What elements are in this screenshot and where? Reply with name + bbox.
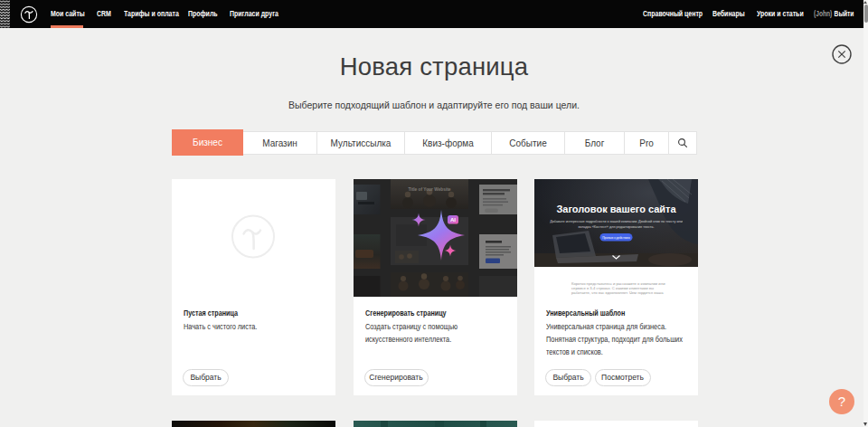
card-universal-template[interactable]: Заголовок вашего сайта Добавьте интересн… <box>534 179 698 395</box>
tab-quiz-form[interactable]: Квиз-форма <box>405 131 492 155</box>
preview-heading-text: Заголовок вашего сайта <box>556 204 676 214</box>
card-template-4[interactable] <box>172 421 335 427</box>
card-title: Пустая страница <box>184 308 251 318</box>
choose-blank-button[interactable]: Выбрать <box>183 369 229 386</box>
nav-item-invite-friend[interactable]: Пригласи друга <box>230 0 289 28</box>
nav-item-crm[interactable]: CRM <box>97 0 114 28</box>
card-template-6[interactable] <box>534 421 698 427</box>
taplink-logo-icon[interactable] <box>20 5 38 24</box>
ai-collage-preview-image: Title of Your Website <box>354 179 517 297</box>
scrollbar-thumb[interactable] <box>864 5 868 23</box>
tab-blog[interactable]: Блог <box>565 131 625 155</box>
template-5-preview-image <box>354 421 517 427</box>
nav-item-tariffs[interactable]: Тарифы и оплата <box>124 0 191 28</box>
screen: Мои сайты CRM Тарифы и оплата Профиль Пр… <box>0 0 868 427</box>
card-description: Начать с чистого листа. <box>184 320 273 333</box>
template-category-tabs: Бизнес Магазин Мультиссылка Квиз-форма С… <box>172 131 697 155</box>
choose-template-button[interactable]: Выбрать <box>545 369 591 386</box>
template-4-preview-image <box>172 421 335 427</box>
scrollbar-down-arrow-icon[interactable] <box>863 422 867 426</box>
template-cards-grid: Пустая страница Начать с чистого листа. … <box>172 179 698 427</box>
tab-event[interactable]: Событие <box>492 131 565 155</box>
tab-pro[interactable]: Pro <box>625 131 669 155</box>
blank-page-preview-image <box>172 179 335 297</box>
tab-business[interactable]: Бизнес <box>172 129 243 156</box>
view-template-button[interactable]: Посмотреть <box>595 369 651 386</box>
card-generate-ai[interactable]: Title of Your Website <box>354 179 517 395</box>
top-navbar: Мои сайты CRM Тарифы и оплата Профиль Пр… <box>0 0 863 28</box>
card-template-5[interactable] <box>354 421 517 427</box>
card-blank-page[interactable]: Пустая страница Начать с чистого листа. … <box>172 179 335 395</box>
scrollbar-up-arrow-icon[interactable] <box>863 1 867 4</box>
help-button[interactable]: ? <box>829 389 854 414</box>
page-subtitle: Выберите подходящий шаблон и адаптируйте… <box>0 100 868 110</box>
svg-text:компания, какие у нее ценности: компания, какие у нее ценности и устремл… <box>571 295 656 298</box>
template-6-preview-image <box>534 421 698 427</box>
universal-template-preview-image: Заголовок вашего сайта Добавьте интересн… <box>534 179 698 297</box>
nav-item-my-sites[interactable]: Мои сайты <box>51 0 92 28</box>
card-description: Создать страницу с помощью искусственног… <box>365 320 477 346</box>
generate-button[interactable]: Сгенерировать <box>364 369 429 386</box>
logout-link[interactable]: Выйти <box>835 9 854 18</box>
zigzag-pattern <box>0 0 10 28</box>
tab-shop[interactable]: Магазин <box>243 131 317 155</box>
nav-item-lessons[interactable]: Уроки и статьи <box>757 0 814 28</box>
card-title: Сгенерировать страницу <box>365 308 467 318</box>
page-title: Новая страница <box>0 52 868 81</box>
user-name: (John) <box>814 9 832 18</box>
tab-multilink[interactable]: Мультиссылка <box>317 131 405 155</box>
nav-item-help-center[interactable]: Справочный центр <box>643 0 716 28</box>
user-menu: (John)Выйти <box>814 0 865 28</box>
card-description: Универсальная страница для бизнеса. Поня… <box>546 320 712 358</box>
search-icon <box>677 138 688 148</box>
svg-text:Призыв к действию: Призыв к действию <box>602 236 630 240</box>
nav-item-profile[interactable]: Профиль <box>188 0 224 28</box>
svg-text:вкладка «Контент» для редактир: вкладка «Контент» для редактирования тек… <box>578 225 654 229</box>
svg-text:Добавьте интересные подробност: Добавьте интересные подробности о вашей … <box>550 220 683 223</box>
nav-item-webinars[interactable]: Вебинары <box>712 0 752 28</box>
ai-badge-text: AI <box>450 217 456 223</box>
card-title: Универсальный шаблон <box>546 308 645 318</box>
tab-search[interactable] <box>669 131 697 155</box>
